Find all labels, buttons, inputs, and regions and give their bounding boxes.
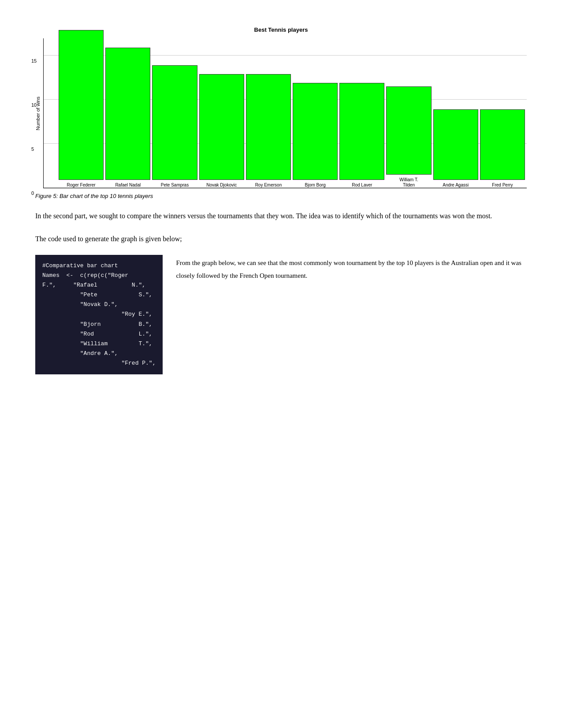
bar <box>480 109 525 180</box>
y-tick-label: 10 <box>31 102 37 108</box>
code-text-section: #Comparative bar chartNames <- c(rep(c("… <box>35 255 527 374</box>
bar-label: Bjorn Borg <box>305 183 325 188</box>
bar <box>246 74 291 180</box>
bar-label: Rod Laver <box>352 183 372 188</box>
bar <box>433 109 478 180</box>
chart-container: Best Tennis players Number of wins 05101… <box>35 26 527 188</box>
bar <box>293 83 338 180</box>
bar-label: Andre Agassi <box>443 183 469 188</box>
bar-label: Novak Djokovic <box>206 183 237 188</box>
code-line: Names <- c(rep(c("Roger <box>42 271 156 280</box>
bar <box>199 74 244 180</box>
chart-grid: 051015Roger FedererRafael NadalPete Samp… <box>43 38 527 188</box>
code-block: #Comparative bar chartNames <- c(rep(c("… <box>35 255 163 374</box>
code-line: "Roy E.", <box>42 310 156 319</box>
code-line: "William T.", <box>42 339 156 349</box>
bar-group: Rod Laver <box>339 83 384 188</box>
bar-group: Fred Perry <box>480 109 525 188</box>
body-text-1: In the second part, we sought to compare… <box>35 209 527 223</box>
bar-label: Pete Sampras <box>161 183 189 188</box>
figure-caption: Figure 5: Bar chart of the top 10 tennis… <box>35 193 527 199</box>
bar-label: William T. Tilden <box>394 177 424 188</box>
bar-group: Rafael Nadal <box>105 48 150 188</box>
bar-label: Rafael Nadal <box>115 183 141 188</box>
code-line: #Comparative bar chart <box>42 261 156 271</box>
bar-label: Roger Federer <box>67 183 96 188</box>
chart-inner: 051015Roger FedererRafael NadalPete Samp… <box>43 38 527 188</box>
side-text: From the graph below, we can see that th… <box>176 255 527 282</box>
y-tick-label: 5 <box>31 146 34 152</box>
y-axis-label: Number of wins <box>35 97 41 130</box>
bar-group: Bjorn Borg <box>293 83 338 188</box>
bar <box>59 30 104 180</box>
bar <box>339 83 384 180</box>
code-line: F.", "Rafael N.", <box>42 280 156 290</box>
code-line: "Rod L.", <box>42 329 156 339</box>
bar-group: William T. Tilden <box>386 86 431 188</box>
y-tick-label: 0 <box>31 190 34 196</box>
bar <box>152 65 197 180</box>
bar-group: Novak Djokovic <box>199 74 244 188</box>
y-tick-label: 15 <box>31 58 37 63</box>
code-line: "Andre A.", <box>42 349 156 358</box>
bar-label: Fred Perry <box>492 183 513 188</box>
bar <box>105 48 150 180</box>
bar <box>386 86 431 175</box>
bar-group: Roger Federer <box>59 30 104 188</box>
chart-title: Best Tennis players <box>35 26 527 33</box>
code-line: "Novak D.", <box>42 300 156 310</box>
chart-area: Number of wins 051015Roger FedererRafael… <box>35 38 527 188</box>
body-text-2: The code used to generate the graph is g… <box>35 232 527 246</box>
code-line: "Bjorn B.", <box>42 320 156 329</box>
bars-row: Roger FedererRafael NadalPete SamprasNov… <box>57 38 527 188</box>
bar-group: Roy Emerson <box>246 74 291 188</box>
code-line: "Fred P.", <box>42 358 156 368</box>
bar-group: Pete Sampras <box>152 65 197 188</box>
code-line: "Pete S.", <box>42 290 156 300</box>
bar-label: Roy Emerson <box>255 183 282 188</box>
bar-group: Andre Agassi <box>433 109 478 188</box>
